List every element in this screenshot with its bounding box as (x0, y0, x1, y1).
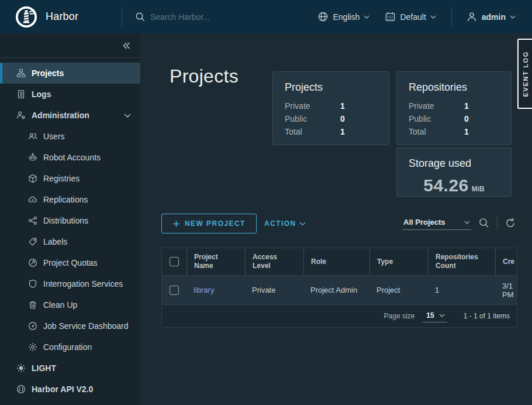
stat-row: Private 1 (285, 99, 377, 112)
table-search-icon[interactable] (478, 217, 490, 229)
stat-row: Total 1 (285, 125, 377, 138)
cell-type: Project (369, 276, 428, 304)
stat-value: 1 (464, 127, 469, 136)
project-link[interactable]: library (194, 286, 214, 294)
sidebar: Projects Logs Administration (0, 33, 140, 405)
sidebar-item-replications[interactable]: Replications (0, 189, 140, 210)
stat-row: Total 1 (409, 125, 499, 138)
sidebar-item-configuration[interactable]: Configuration (0, 337, 140, 358)
chevron-down-icon (510, 15, 516, 19)
language-menu[interactable]: English (317, 11, 369, 22)
user-label: admin (482, 12, 506, 22)
select-all-checkbox[interactable] (170, 257, 179, 266)
sidebar-item-robot-accounts[interactable]: Robot Accounts (0, 147, 140, 168)
sun-icon (16, 363, 26, 373)
sidebar-item-label: Robot Accounts (43, 153, 101, 162)
chevron-down-icon[interactable] (124, 114, 131, 118)
sidebar-item-theme-light[interactable]: LIGHT (0, 358, 140, 379)
column-header-creation-time[interactable]: Cre (495, 248, 517, 275)
sidebar-item-administration[interactable]: Administration (0, 105, 140, 126)
project-filter-select[interactable]: All Projects (402, 216, 471, 230)
shield-icon (28, 279, 37, 289)
calendar-grid-icon (385, 11, 396, 22)
sidebar-item-job-service-dashboard[interactable]: Job Service Dashboard (0, 315, 140, 337)
column-header-repositories-count[interactable]: Repositories Count (428, 248, 495, 275)
sidebar-item-project-quotas[interactable]: Project Quotas (0, 252, 140, 273)
column-header-role[interactable]: Role (303, 248, 369, 275)
stat-label: Total (409, 127, 464, 136)
log-document-icon (16, 90, 26, 99)
card-title: Storage used (409, 157, 499, 170)
user-menu[interactable]: admin (466, 11, 516, 23)
stat-row: Private 1 (409, 99, 499, 112)
language-label: English (333, 12, 360, 22)
stat-row: Public 0 (285, 112, 377, 125)
harbor-logo-icon (15, 6, 37, 28)
main-content: Projects Projects Private 1 Public 0 Tot… (140, 33, 532, 405)
sidebar-item-label: Clean Up (43, 300, 77, 310)
storage-number: 54.26 (423, 176, 469, 195)
row-checkbox[interactable] (170, 286, 179, 295)
cell-access-level: Private (245, 276, 303, 304)
users-group-icon (28, 132, 37, 141)
sidebar-item-users[interactable]: Users (0, 126, 140, 147)
sidebar-item-label: LIGHT (32, 363, 56, 373)
stat-value: 1 (340, 127, 345, 136)
sidebar-item-label: Logs (32, 90, 51, 99)
chevron-down-icon (364, 15, 369, 19)
column-header-access-level[interactable]: Access Level (245, 248, 303, 275)
stat-value: 0 (464, 114, 469, 123)
column-header-type[interactable]: Type (369, 248, 428, 275)
sidebar-item-registries[interactable]: Registries (0, 168, 140, 189)
chevron-down-icon (430, 15, 436, 19)
stat-value: 1 (340, 101, 345, 111)
event-log-tab[interactable]: EVENT LOG (517, 39, 532, 109)
org-chart-icon (16, 68, 26, 78)
sidebar-item-label: Projects (32, 68, 64, 78)
refresh-icon[interactable] (505, 217, 516, 229)
sidebar-item-projects[interactable]: Projects (0, 63, 140, 84)
sidebar-item-label: Harbor API V2.0 (32, 385, 93, 394)
user-gear-icon (16, 111, 26, 120)
robot-icon (28, 153, 37, 162)
cube-icon (28, 174, 37, 183)
search-input[interactable] (150, 12, 285, 22)
repositories-summary-card: Repositories Private 1 Public 0 Total 1 (396, 71, 512, 145)
cell-creation-time: 3/1 PM (495, 276, 517, 304)
sidebar-item-label: Interrogation Services (43, 279, 123, 289)
page-title: Projects (170, 66, 239, 87)
header-divider (122, 7, 122, 27)
sidebar-item-label: Configuration (43, 342, 92, 352)
sidebar-item-interrogation-services[interactable]: Interrogation Services (0, 273, 140, 294)
pagination-range: 1 - 1 of 1 items (464, 312, 510, 320)
sidebar-item-clean-up[interactable]: Clean Up (0, 294, 140, 315)
toolbar-divider (497, 216, 498, 230)
card-title: Projects (285, 81, 377, 94)
app-title: Harbor (46, 11, 78, 23)
sidebar-item-label: Replications (43, 195, 88, 204)
gauge-icon (28, 321, 37, 331)
sidebar-item-distributions[interactable]: Distributions (0, 210, 140, 231)
plus-icon (172, 220, 180, 228)
top-header: Harbor English Defau (0, 0, 532, 33)
global-search (135, 12, 285, 22)
sidebar-item-harbor-api[interactable]: Harbor API V2.0 (0, 379, 140, 400)
cloud-icon (28, 195, 37, 204)
sidebar-item-logs[interactable]: Logs (0, 84, 140, 105)
brand-area[interactable]: Harbor (0, 6, 122, 28)
new-project-button[interactable]: NEW PROJECT (161, 214, 257, 234)
collapse-sidebar-icon[interactable] (122, 41, 131, 50)
creation-time-line1: 3/1 (502, 282, 513, 290)
table-toolbar: All Projects (402, 216, 516, 230)
stat-label: Private (285, 101, 340, 111)
creation-time-line2: PM (502, 290, 514, 299)
column-header-project-name[interactable]: Project Name (186, 248, 245, 275)
theme-menu[interactable]: Default (385, 11, 436, 22)
sidebar-item-label: Registries (43, 174, 80, 183)
quota-icon (28, 258, 37, 267)
table-row: library Private Project Admin Project 1 … (162, 276, 517, 305)
sidebar-item-labels[interactable]: Labels (0, 231, 140, 252)
page-size-select[interactable]: 15 (423, 310, 447, 322)
action-dropdown-button[interactable]: ACTION (264, 214, 306, 234)
tag-icon (28, 237, 37, 246)
